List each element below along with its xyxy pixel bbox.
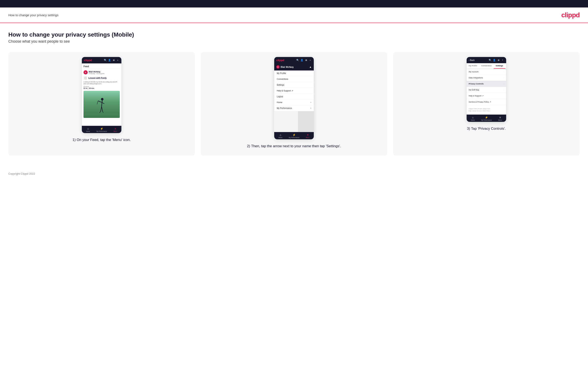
settings-icon-3: ⊕ xyxy=(497,59,500,62)
step-card-1: clippd 🔍 👤 ⊕ ▾ Feed B Blair McHarg xyxy=(8,52,195,156)
performance-icon: ⚡ xyxy=(100,127,103,130)
home-label-3: Home xyxy=(471,119,475,121)
svg-line-1 xyxy=(102,100,102,107)
phone-mockup-2: clippd 🔍 👤 ⊕ ▾ B Blair McHarg xyxy=(274,57,314,139)
performance-label-3: My Performance xyxy=(481,119,492,121)
phone-bottom-nav-3: ⌂ Home ⚡ My Performance ≡ Menu xyxy=(467,115,506,122)
settings-item-my-account[interactable]: My Account › xyxy=(467,69,506,75)
menu-item-settings[interactable]: Settings xyxy=(274,82,314,88)
settings-item-help-support[interactable]: Help & Support ↗ xyxy=(467,93,506,99)
logo: clippd xyxy=(561,11,580,19)
performance-icon-3: ⚡ xyxy=(485,116,488,119)
phone-navbar-2: clippd 🔍 👤 ⊕ ▾ xyxy=(274,57,314,63)
svg-line-2 xyxy=(98,101,102,102)
phone-icons-1: 🔍 👤 ⊕ ▾ xyxy=(104,59,119,62)
nav-performance-2: ⚡ My Performance xyxy=(289,133,299,138)
data-integrations-label: Data Integrations xyxy=(469,77,483,79)
search-icon-2: 🔍 xyxy=(296,59,299,62)
phone-bottom-nav-2: ⌂ Home ⚡ My Performance ✕ Menu xyxy=(274,132,314,139)
menu-item-logout[interactable]: Logout xyxy=(274,94,314,100)
step-card-2: clippd 🔍 👤 ⊕ ▾ B Blair McHarg xyxy=(201,52,387,156)
header-title: How to change your privacy settings xyxy=(8,13,59,17)
privacy-controls-label: Privacy Controls xyxy=(469,83,484,85)
tab-my-profile[interactable]: My Profile xyxy=(467,63,479,69)
settings-icon-2: ⊕ xyxy=(305,59,308,62)
search-icon-3: 🔍 xyxy=(489,59,492,62)
phone-navbar-3: ‹ Back 🔍 👤 ⊕ ▾ xyxy=(467,57,506,63)
settings-item-golf-bag[interactable]: My Golf Bag › xyxy=(467,87,506,93)
nav-menu-1[interactable]: ≡ Menu xyxy=(113,127,117,132)
back-button[interactable]: ‹ Back xyxy=(469,59,475,61)
profile-icon: 👤 xyxy=(108,59,111,62)
chevron-down-icon-2: ▾ xyxy=(309,59,312,62)
feed-user-row: B Blair McHarg Yesterday · Sunningdale xyxy=(84,70,120,75)
settings-item-service-privacy[interactable]: Service & Privacy Policy ↗ xyxy=(467,99,506,105)
menu-label: Menu xyxy=(113,131,117,132)
nav-home-1: ⌂ Home xyxy=(86,127,90,132)
home-icon-2: ⌂ xyxy=(280,133,281,136)
lesson-icon: 📋 xyxy=(84,76,87,80)
duration-label: Duration xyxy=(84,86,120,87)
nav-performance-3: ⚡ My Performance xyxy=(481,116,492,121)
svg-line-5 xyxy=(101,107,102,112)
menu-item-help[interactable]: Help & Support ↗ xyxy=(274,88,314,94)
menu-dropdown-2: B Blair McHarg ▲ My Profile Connections … xyxy=(274,63,314,132)
menu-avatar: B xyxy=(276,65,280,69)
phone-icons-2: 🔍 👤 ⊕ ▾ xyxy=(296,59,312,62)
menu-item-my-profile[interactable]: My Profile xyxy=(274,70,314,76)
svg-line-7 xyxy=(100,112,101,113)
phone-logo-2: clippd xyxy=(276,59,284,62)
home-icon-3: ⌂ xyxy=(472,116,474,119)
svg-point-0 xyxy=(101,98,104,100)
nav-performance-1: ⚡ My Performance xyxy=(96,127,107,132)
golf-bag-label: My Golf Bag xyxy=(469,89,479,91)
user-name: Blair McHarg xyxy=(89,71,104,73)
performance-label: My Performance xyxy=(96,131,107,132)
nav-home-3: ⌂ Home xyxy=(471,116,475,121)
tab-settings[interactable]: Settings xyxy=(494,63,505,69)
svg-line-4 xyxy=(97,101,98,104)
settings-item-data-integrations[interactable]: Data Integrations › xyxy=(467,75,506,81)
phone-content-1: Feed B Blair McHarg Yesterday · Sunningd… xyxy=(82,63,121,126)
version-info: Clippd Client Version: 2022.8.3-3 GQL Se… xyxy=(467,105,506,115)
profile-icon-3: 👤 xyxy=(493,59,496,62)
expand-icon[interactable]: ▲ xyxy=(309,66,312,68)
main-content: How to change your privacy settings (Mob… xyxy=(0,23,588,168)
nav-menu-3[interactable]: ≡ Menu xyxy=(498,116,502,121)
menu-nav-home[interactable]: Home ▾ xyxy=(274,100,314,105)
nav-home-2: ⌂ Home xyxy=(278,133,282,138)
help-label: Help & Support ↗ xyxy=(277,90,293,92)
performance-icon-2: ⚡ xyxy=(293,133,296,136)
menu-icon: ≡ xyxy=(114,127,116,130)
home-label-2: Home xyxy=(278,137,282,138)
menu-label-3: Menu xyxy=(498,119,502,121)
my-account-chevron: › xyxy=(503,71,504,73)
menu-nav-performance[interactable]: My Performance ▾ xyxy=(274,105,314,111)
phone-mockup-3: ‹ Back 🔍 👤 ⊕ ▾ My Profile Connections Se… xyxy=(467,57,506,122)
step-caption-2: 2) Then, tap the arrow next to your name… xyxy=(247,143,341,149)
feed-label: Feed xyxy=(84,65,120,69)
service-privacy-label: Service & Privacy Policy ↗ xyxy=(469,101,491,103)
golf-bag-chevron: › xyxy=(503,89,504,91)
settings-item-privacy-controls[interactable]: Privacy Controls › xyxy=(467,81,506,87)
profile-icon-2: 👤 xyxy=(301,59,303,62)
data-integrations-chevron: › xyxy=(503,77,504,79)
lesson-description: Looking to feel like my hands are exitin… xyxy=(84,81,120,85)
duration-value: 01 hr : 30 min xyxy=(84,87,120,89)
menu-username: Blair McHarg xyxy=(281,66,294,68)
copyright: Copyright Clippd 2022 xyxy=(8,172,35,175)
performance-nav-label: My Performance xyxy=(277,107,292,109)
lesson-title: Lesson with Fordy xyxy=(88,77,107,79)
phone-icons-3: 🔍 👤 ⊕ ▾ xyxy=(489,59,504,62)
page-footer: Copyright Clippd 2022 xyxy=(0,168,588,179)
tab-connections[interactable]: Connections xyxy=(479,63,494,69)
menu-icon-3: ≡ xyxy=(499,116,501,119)
svg-line-6 xyxy=(102,107,103,112)
home-chevron-down: ▾ xyxy=(311,101,311,103)
home-nav-label: Home xyxy=(277,101,282,104)
home-label: Home xyxy=(86,131,90,132)
nav-menu-2[interactable]: ✕ Menu xyxy=(306,133,310,138)
menu-item-connections[interactable]: Connections xyxy=(274,76,314,82)
user-location: Yesterday · Sunningdale xyxy=(89,73,104,74)
home-icon: ⌂ xyxy=(87,127,89,130)
